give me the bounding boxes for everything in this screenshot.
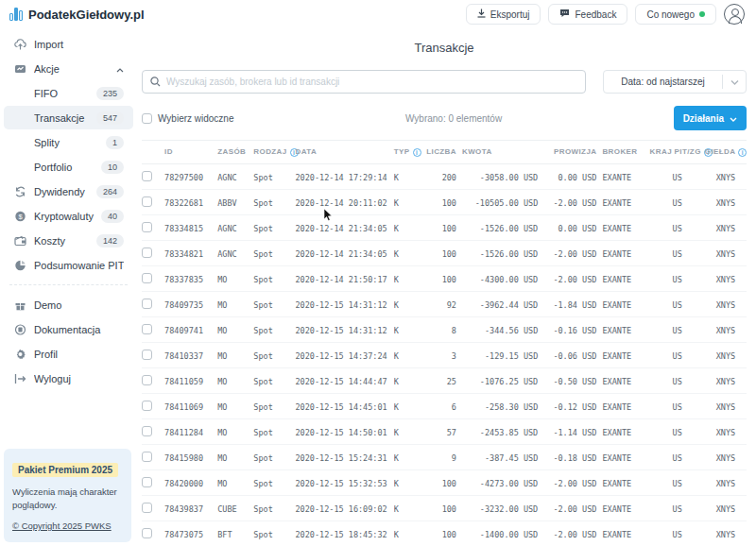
cell-zas-b: MO bbox=[217, 266, 253, 292]
cell-typ: K bbox=[394, 521, 426, 546]
cell-broker: EXANTE bbox=[602, 394, 649, 419]
cell-kraj-pit-zg: US bbox=[650, 419, 705, 445]
copyright-link[interactable]: © Copyright 2025 PWKS bbox=[12, 520, 112, 531]
count-badge: 10 bbox=[101, 161, 124, 174]
cell-id: 78411059 bbox=[164, 368, 217, 394]
select-visible-control[interactable]: Wybierz widoczne bbox=[142, 113, 234, 124]
row-checkbox[interactable] bbox=[142, 401, 152, 411]
cell-broker: EXANTE bbox=[602, 164, 649, 190]
cell-zas-b: CUBE bbox=[217, 496, 253, 521]
sidebar-item-akcje[interactable]: Akcje bbox=[4, 57, 133, 80]
search-input[interactable] bbox=[166, 77, 577, 87]
search-box[interactable] bbox=[142, 70, 586, 94]
user-avatar-icon[interactable] bbox=[724, 4, 745, 25]
sidebar-item-dywidendy[interactable]: Dywidendy264 bbox=[4, 179, 133, 203]
cell-zas-b: ABBV bbox=[217, 190, 253, 215]
cell-kraj-pit-zg: US bbox=[650, 241, 705, 266]
row-checkbox[interactable] bbox=[142, 196, 152, 207]
sidebar-item-demo[interactable]: Demo bbox=[4, 293, 133, 316]
row-checkbox[interactable] bbox=[142, 503, 152, 513]
cell-data: 2020-12-15 14:50:01 bbox=[295, 419, 393, 445]
column-header-typ[interactable]: TYP bbox=[394, 141, 426, 164]
column-header-id[interactable]: ID bbox=[164, 141, 217, 164]
cell-gie-da: XNYS bbox=[705, 317, 747, 343]
cell-rodzaj: Spot bbox=[253, 241, 295, 266]
sidebar-item-fifo[interactable]: FIFO235 bbox=[4, 81, 133, 105]
cell-prowizja: 0.00 USD bbox=[543, 215, 602, 241]
sidebar-item-dokumentacja[interactable]: Dokumentacja bbox=[4, 317, 133, 341]
sidebar-item-kryptowaluty[interactable]: $Kryptowaluty40 bbox=[4, 204, 133, 228]
sidebar-item-profil[interactable]: Profil bbox=[4, 342, 133, 366]
column-header-kwota[interactable]: KWOTA bbox=[462, 141, 543, 164]
chevron-down-icon bbox=[730, 113, 737, 124]
cell-data: 2020-12-15 14:31:12 bbox=[295, 292, 393, 317]
row-checkbox[interactable] bbox=[142, 324, 152, 334]
cell-typ: K bbox=[394, 445, 426, 470]
sidebar-item-koszty[interactable]: Koszty142 bbox=[4, 229, 133, 252]
import-icon bbox=[13, 38, 26, 51]
count-badge: 547 bbox=[96, 111, 124, 125]
cell-data: 2020-12-15 14:45:01 bbox=[295, 394, 393, 419]
select-visible-checkbox[interactable] bbox=[142, 113, 152, 124]
column-header-prowizja[interactable]: PROWIZJA bbox=[543, 141, 602, 164]
row-checkbox[interactable] bbox=[142, 528, 152, 538]
row-checkbox[interactable] bbox=[142, 452, 152, 462]
sidebar-item-transakcje[interactable]: Transakcje547 bbox=[4, 106, 133, 129]
cell-kraj-pit-zg: US bbox=[650, 394, 705, 419]
count-badge: 1 bbox=[106, 136, 124, 149]
cell-kraj-pit-zg: US bbox=[650, 343, 705, 368]
sidebar-item-label: Dokumentacja bbox=[34, 324, 124, 335]
sidebar-item-import[interactable]: Import bbox=[4, 32, 133, 56]
cell-prowizja: -0.16 USD bbox=[543, 317, 602, 343]
cell-kwota: -129.15 USD bbox=[462, 343, 543, 368]
sidebar-item-splity[interactable]: Splity1 bbox=[4, 130, 133, 154]
cell-liczba: 100 bbox=[426, 470, 462, 496]
cell-typ: K bbox=[394, 241, 426, 266]
row-checkbox[interactable] bbox=[142, 426, 152, 436]
row-checkbox[interactable] bbox=[142, 375, 152, 385]
export-button[interactable]: Eksportuj bbox=[466, 4, 541, 25]
column-header-liczba[interactable]: LICZBA bbox=[426, 141, 462, 164]
info-icon[interactable] bbox=[413, 148, 421, 157]
row-checkbox[interactable] bbox=[142, 222, 152, 232]
sidebar-item-wyloguj[interactable]: Wyloguj bbox=[4, 367, 133, 390]
table-row: 78334821AGNCSpot2020-12-14 21:34:05K100-… bbox=[142, 241, 747, 266]
row-checkbox-cell bbox=[142, 521, 164, 546]
column-header-rodzaj[interactable]: RODZAJ bbox=[253, 141, 295, 164]
column-header-zas-b[interactable]: ZASÓB bbox=[217, 141, 253, 164]
sidebar-item-podsumowanie-pit-38[interactable]: Podsumowanie PIT-38 bbox=[4, 253, 133, 277]
feedback-button[interactable]: Feedback bbox=[548, 4, 627, 25]
row-checkbox[interactable] bbox=[142, 350, 152, 360]
whats-new-button[interactable]: Co nowego bbox=[635, 4, 716, 25]
column-header-broker[interactable]: BROKER bbox=[602, 141, 649, 164]
row-checkbox[interactable] bbox=[142, 477, 152, 487]
select-visible-label: Wybierz widoczne bbox=[158, 113, 234, 124]
count-badge: 235 bbox=[96, 87, 124, 100]
row-checkbox[interactable] bbox=[142, 299, 152, 309]
cell-typ: K bbox=[394, 215, 426, 241]
cell-kraj-pit-zg: US bbox=[650, 521, 705, 546]
cell-gie-da: XNYS bbox=[705, 164, 747, 190]
sidebar-item-portfolio[interactable]: Portfolio10 bbox=[4, 155, 133, 179]
info-icon[interactable] bbox=[738, 148, 747, 157]
actions-button[interactable]: Działania bbox=[674, 106, 747, 130]
cell-kwota: -4273.00 USD bbox=[462, 470, 543, 496]
cell-data: 2020-12-15 16:09:02 bbox=[295, 496, 393, 521]
cell-typ: K bbox=[394, 419, 426, 445]
sort-select[interactable]: Data: od najstarszej bbox=[603, 70, 747, 94]
sidebar-footer-nav: DemoDokumentacjaProfilWyloguj bbox=[0, 293, 137, 390]
column-header-label: TYP bbox=[394, 147, 410, 156]
row-checkbox[interactable] bbox=[142, 247, 152, 258]
row-checkbox[interactable] bbox=[142, 171, 152, 181]
row-checkbox[interactable] bbox=[142, 273, 152, 283]
table-row: 78420000MOSpot2020-12-15 15:32:53K100-42… bbox=[142, 470, 747, 496]
count-badge: 142 bbox=[96, 234, 124, 247]
cell-zas-b: MO bbox=[217, 394, 253, 419]
table-row: 78411059MOSpot2020-12-15 14:44:47K25-107… bbox=[142, 368, 747, 394]
column-header-data[interactable]: DATA bbox=[295, 141, 393, 164]
column-header-kraj-pit-zg[interactable]: KRAJ PIT/ZG bbox=[650, 141, 705, 164]
cell-data: 2020-12-15 18:45:32 bbox=[295, 521, 393, 546]
column-header-gie-da[interactable]: GIEŁDA bbox=[705, 141, 747, 164]
cell-prowizja: -2.00 USD bbox=[543, 496, 602, 521]
cell-zas-b: AGNC bbox=[217, 164, 253, 190]
